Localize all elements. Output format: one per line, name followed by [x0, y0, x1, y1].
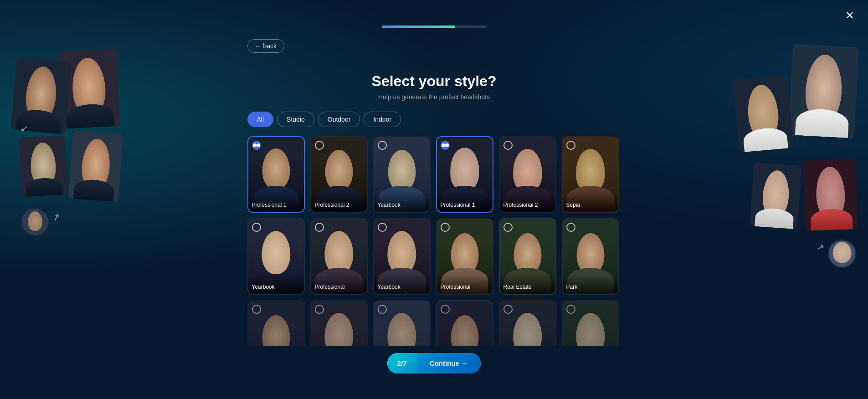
deco-photo-right-sm1 — [803, 159, 858, 231]
back-button[interactable]: ← back — [247, 39, 284, 53]
radio-yearbook1 — [378, 141, 387, 150]
continue-label: Continue → — [417, 353, 481, 373]
card-label-park: Park — [563, 275, 618, 294]
radio-partial6 — [566, 305, 575, 314]
radio-prof1-f — [441, 141, 450, 150]
style-card-partial3[interactable] — [373, 300, 431, 346]
filter-tab-outdoor[interactable]: Outdoor — [318, 112, 360, 127]
radio-realestate — [503, 223, 513, 232]
style-card-partial5[interactable] — [499, 300, 556, 346]
style-card-partial1[interactable] — [247, 300, 305, 346]
style-card-prof2[interactable]: Professional 2 — [310, 136, 368, 213]
radio-park — [566, 223, 575, 232]
radio-partial2 — [315, 305, 324, 314]
radio-yearbook3 — [378, 223, 387, 232]
side-photos-left: ↗ ↙ — [18, 46, 164, 301]
deco-photo-right-sm2 — [750, 163, 802, 230]
radio-partial5 — [503, 305, 513, 314]
deco-photo-left-sm2 — [68, 130, 123, 202]
card-label-yearbook3: Yearbook — [374, 275, 430, 294]
style-grid: Professional 1 Professional 2 Yearbook — [247, 136, 621, 346]
radio-partial3 — [378, 305, 387, 314]
radio-prof2 — [315, 141, 324, 150]
progress-bar-container — [382, 26, 487, 28]
page-wrapper: ↗ ↙ — [0, 0, 868, 399]
radio-sepia — [566, 141, 575, 150]
continue-button[interactable]: 2/7 Continue → — [387, 353, 481, 373]
radio-yearbook2 — [252, 223, 261, 232]
page-subtitle: Help us generate the prefect headshots — [247, 93, 621, 101]
style-card-prof1-f[interactable]: Professional 1 — [436, 136, 493, 213]
card-label-prof2: Professional 2 — [311, 193, 367, 212]
modal: ← back Select your style? Help us genera… — [247, 26, 621, 373]
style-card-partial4[interactable] — [436, 300, 493, 346]
left-avatar — [21, 207, 50, 236]
style-card-yearbook3[interactable]: Yearbook — [373, 218, 431, 295]
style-card-prof3[interactable]: Professional — [310, 218, 368, 295]
step-badge: 2/7 — [387, 353, 417, 373]
card-label-yearbook2: Yearbook — [248, 275, 304, 294]
card-label-prof1: Professional 1 — [248, 193, 304, 212]
radio-prof2-f — [503, 141, 513, 150]
style-card-partial6[interactable] — [562, 300, 619, 346]
style-card-prof4[interactable]: Professional — [436, 218, 493, 295]
filter-tab-all[interactable]: All — [247, 112, 274, 127]
card-label-prof3: Professional — [311, 275, 367, 294]
card-label-realestate: Real Estate — [500, 275, 555, 294]
radio-partial1 — [252, 305, 261, 314]
filter-tabs: All Studio Outdoor Indoor — [247, 112, 621, 127]
arrow-icon-right: ↗ — [816, 240, 826, 253]
style-card-yearbook1[interactable]: Yearbook — [373, 136, 431, 213]
style-card-realestate[interactable]: Real Estate — [499, 218, 556, 295]
deco-photo-left-med — [10, 57, 71, 134]
style-card-yearbook2[interactable]: Yearbook — [247, 218, 305, 295]
style-card-prof2-f[interactable]: Professional 2 — [499, 136, 556, 213]
card-label-prof4: Professional — [437, 275, 493, 294]
right-avatar — [827, 239, 857, 268]
arrow-icon-left: ↗ — [51, 211, 62, 224]
continue-btn-wrapper: 2/7 Continue → — [247, 353, 621, 373]
side-photos-right: ↗ — [740, 46, 859, 301]
page-title: Select your style? — [247, 73, 621, 90]
style-card-park[interactable]: Park — [562, 218, 619, 295]
style-card-partial2[interactable] — [310, 300, 368, 346]
card-label-sepia: Sepia — [563, 193, 618, 212]
deco-photo-right-med — [733, 75, 793, 153]
card-label-yearbook1: Yearbook — [374, 193, 430, 212]
card-label-prof1-f: Professional 1 — [437, 193, 493, 212]
filter-tab-studio[interactable]: Studio — [277, 112, 314, 127]
card-label-prof2-f: Professional 2 — [500, 193, 555, 212]
deco-photo-right-large — [788, 44, 859, 138]
progress-bar-fill — [382, 26, 455, 28]
radio-prof1 — [252, 141, 261, 150]
filter-tab-indoor[interactable]: Indoor — [364, 112, 401, 127]
style-card-prof1[interactable]: Professional 1 — [247, 136, 305, 213]
radio-prof3 — [315, 223, 324, 232]
arrow-icon-left2: ↙ — [20, 123, 29, 135]
radio-prof4 — [441, 223, 450, 232]
deco-photo-left-sm1 — [20, 136, 67, 196]
style-card-sepia[interactable]: Sepia — [562, 136, 619, 213]
radio-partial4 — [441, 305, 450, 314]
close-button[interactable]: ✕ — [845, 9, 854, 22]
